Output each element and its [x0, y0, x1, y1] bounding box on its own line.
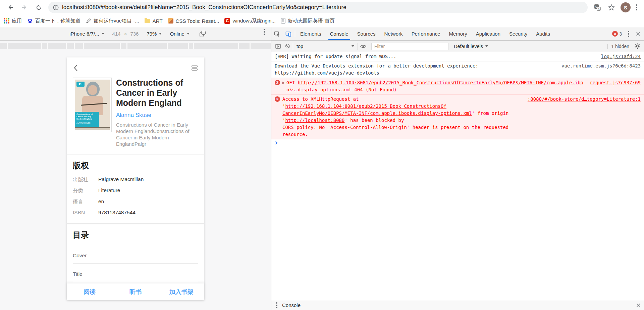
expand-triangle-icon[interactable] — [282, 82, 284, 84]
hidden-count[interactable]: 1 hidden — [607, 44, 633, 49]
device-emulation-pane: iPhone 6/7/... 414 × 736 79% Online — [0, 27, 271, 310]
browser-menu-icon[interactable] — [636, 7, 637, 8]
request-url-link[interactable]: http://192.168.1.104:8081/epub2/2015_Boo… — [285, 103, 446, 109]
filter-input[interactable] — [371, 43, 448, 50]
source-link[interactable]: request.js?c937:69 — [590, 79, 641, 86]
tab-application[interactable]: Application — [472, 27, 505, 40]
chevron-down-icon — [102, 33, 104, 35]
book-author-link[interactable]: Alanna Skuse — [116, 112, 198, 119]
tab-console[interactable]: Console — [326, 27, 353, 40]
publisher-logo: ◧+ — [76, 82, 85, 87]
toc-item-cover[interactable]: Cover — [73, 245, 198, 264]
device-toolbar: iPhone 6/7/... 414 × 736 79% Online — [0, 27, 271, 41]
bookshelf-icon[interactable] — [192, 65, 198, 71]
avatar[interactable]: S — [621, 2, 631, 12]
chevron-down-icon — [187, 33, 190, 35]
bookmark-css-tools[interactable]: CSS Tools: Reset... — [168, 18, 219, 24]
console-sidebar-icon[interactable] — [273, 44, 283, 49]
bookmark-art[interactable]: ART — [145, 18, 163, 24]
console-message-hmr: [HMR] Waiting for update signal from WDS… — [271, 52, 644, 61]
action-bar: 阅读 听书 加入书架 — [67, 283, 204, 300]
back-chevron-icon[interactable] — [73, 64, 78, 72]
url-bar[interactable]: localhost:8080/#/book-store/detail?fileN… — [48, 2, 588, 13]
listen-button[interactable]: 听书 — [113, 288, 159, 296]
devtools-close-icon[interactable] — [633, 32, 644, 36]
copyright-section-title: 版权 — [73, 160, 198, 171]
book-detail-content: ◧+ Constructions of Cancer in Early Mode… — [67, 57, 204, 283]
vue-devtools-link[interactable]: https://github.com/vuejs/vue-devtools — [275, 70, 555, 77]
zoom-value: 79% — [147, 31, 157, 37]
bookmark-apps[interactable]: 应用 — [4, 18, 22, 24]
viewport-height[interactable]: 736 — [130, 31, 139, 37]
zoom-select[interactable]: 79% — [147, 31, 162, 37]
document-icon — [281, 18, 285, 24]
bookmark-baidu[interactable]: 百度一下，你就知道 — [27, 18, 80, 24]
tab-memory[interactable]: Memory — [445, 27, 472, 40]
pen-icon — [86, 18, 91, 24]
forward-icon[interactable] — [19, 2, 30, 13]
log-levels-select[interactable]: Default levels — [452, 44, 490, 49]
toc-item-title[interactable]: Title — [73, 264, 198, 282]
devtools-tabbar: Elements Console Sources Network Perform… — [271, 27, 644, 41]
request-url-link[interactable]: oks.display-options.xml — [286, 87, 352, 92]
tab-network[interactable]: Network — [380, 27, 407, 40]
drawer-title: Console — [282, 302, 301, 308]
info-icon[interactable] — [53, 5, 59, 10]
cover-author: ALANNA SKUSE — [76, 122, 97, 124]
source-link[interactable]: vue.runtime.esm.js?6e6d:8423 — [561, 62, 641, 70]
bookmark-vue[interactable]: 如何运行vue项目 -... — [86, 18, 139, 24]
tab-performance[interactable]: Performance — [407, 27, 445, 40]
read-button[interactable]: 阅读 — [67, 288, 113, 296]
settings-gear-icon[interactable] — [633, 43, 642, 49]
csdn-c-icon: C — [224, 18, 230, 24]
throttling-select[interactable]: Online — [170, 31, 189, 37]
request-url-link[interactable]: http://192.168.1.104:8081/epub2/2015_Boo… — [298, 80, 583, 85]
message-text: CORS policy: No 'Access-Control-Allow-Or… — [282, 124, 522, 138]
drawer-menu-icon[interactable] — [276, 305, 277, 306]
clear-console-icon[interactable] — [283, 44, 292, 48]
book-cover: ◧+ Constructions of Cancer in Early Mode… — [73, 78, 112, 132]
refresh-icon[interactable] — [33, 2, 44, 13]
add-to-shelf-button[interactable]: 加入书架 — [158, 288, 204, 296]
source-link[interactable]: log.js?1afd:24 — [601, 53, 641, 60]
drawer-close-icon[interactable] — [633, 300, 644, 310]
inspect-element-icon[interactable] — [271, 27, 283, 40]
error-repeat-badge: 2 — [275, 80, 280, 85]
context-select[interactable]: top — [294, 44, 357, 49]
message-text: [HMR] Waiting for update signal from WDS… — [275, 53, 595, 60]
url-text[interactable]: localhost:8080/#/book-store/detail?fileN… — [62, 4, 346, 11]
meta-row-category: 分类 Literature — [73, 187, 198, 194]
bookmark-label: 如何运行vue项目 -... — [94, 18, 139, 24]
devtools-menu-icon[interactable] — [628, 33, 629, 35]
rotate-device-icon[interactable] — [200, 31, 206, 37]
tab-elements[interactable]: Elements — [296, 27, 326, 40]
viewport-width[interactable]: 414 — [112, 31, 121, 37]
bookmark-english[interactable]: 新动态国际英语-首页 — [281, 18, 335, 24]
device-toolbar-toggle-icon[interactable] — [283, 27, 294, 40]
translate-icon[interactable]: GA — [592, 2, 603, 13]
console-prompt[interactable] — [271, 139, 644, 146]
tab-security[interactable]: Security — [505, 27, 532, 40]
toc-section-title: 目录 — [73, 230, 198, 240]
eye-icon[interactable] — [359, 44, 368, 48]
chevron-down-icon — [352, 45, 354, 47]
source-link[interactable]: :8080/#/book-store/d…tegory=Literature:1 — [528, 96, 641, 103]
device-name: iPhone 6/7/... — [69, 31, 99, 37]
origin-link[interactable]: http://localhost:8080 — [285, 118, 344, 123]
device-select[interactable]: iPhone 6/7/... — [69, 31, 104, 37]
device-toolbar-menu-icon[interactable] — [264, 31, 265, 33]
tab-audits[interactable]: Audits — [532, 27, 554, 40]
error-x-icon: × — [275, 96, 280, 102]
meta-row-publisher: 出版社 Palgrave Macmillan — [73, 176, 198, 183]
request-url-link[interactable]: CancerInEarlyMo/OEBPS/META-INF/com.apple… — [282, 110, 472, 116]
error-count[interactable]: 3 — [619, 31, 622, 37]
bookmark-label: ART — [153, 18, 163, 24]
prompt-chevron-icon — [274, 141, 278, 145]
bookmark-csdn[interactable]: C windows系统ngin... — [224, 18, 275, 24]
error-badge-icon[interactable]: × — [612, 31, 618, 37]
request-method: GET — [286, 80, 298, 85]
tab-sources[interactable]: Sources — [353, 27, 380, 40]
back-icon[interactable] — [5, 2, 16, 13]
bookmark-star-icon[interactable] — [606, 2, 617, 13]
message-text: ' has been blocked by — [344, 118, 404, 123]
